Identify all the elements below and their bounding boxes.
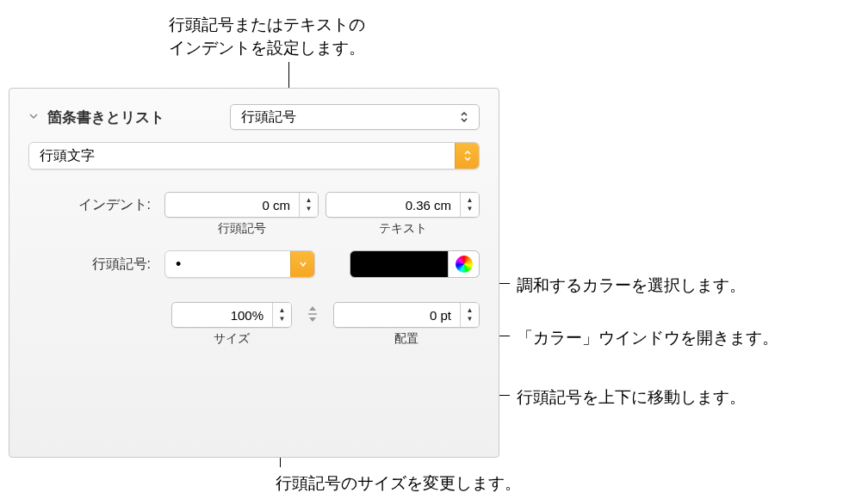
annotation-size-change: 行頭記号のサイズを変更します。 — [276, 472, 521, 496]
bullet-symbol-value: • — [176, 256, 181, 274]
text-indent-stepper[interactable]: 0.36 cm ▲▼ — [326, 192, 480, 218]
size-value: 100% — [172, 303, 272, 327]
stepper-arrows-icon[interactable]: ▲▼ — [460, 193, 479, 217]
bullet-char-dropdown[interactable]: 行頭文字 — [28, 142, 480, 169]
dropdown-caret-icon — [455, 143, 479, 169]
caret-icon — [460, 111, 472, 123]
annotation-indent: 行頭記号またはテキストの インデントを設定します。 — [52, 14, 482, 59]
section-title: 箇条書きとリスト — [47, 108, 164, 127]
dropdown-caret-icon — [290, 251, 314, 277]
text-indent-value: 0.36 cm — [326, 193, 460, 217]
format-panel: 箇条書きとリスト 行頭記号 行頭文字 インデント: 0 cm ▲▼ 行頭記号 0… — [9, 88, 499, 458]
position-sublabel: 配置 — [333, 331, 480, 347]
color-wheel-button[interactable] — [449, 250, 480, 278]
annotation-color-window: 「カラー」ウインドウを開きます。 — [517, 327, 778, 350]
stepper-arrows-icon[interactable]: ▲▼ — [272, 303, 291, 327]
indent-label: インデント: — [28, 192, 158, 214]
disclosure-icon[interactable] — [28, 111, 39, 124]
bullet-indent-stepper[interactable]: 0 cm ▲▼ — [164, 192, 319, 218]
bullet-type-dropdown[interactable]: 行頭記号 — [230, 104, 480, 130]
bullet-char-value: 行頭文字 — [40, 147, 95, 165]
bullet-symbol-label: 行頭記号: — [28, 256, 158, 274]
bullet-type-value: 行頭記号 — [241, 108, 296, 126]
bullet-indent-value: 0 cm — [165, 193, 299, 217]
position-stepper[interactable]: 0 pt ▲▼ — [333, 302, 480, 328]
bullet-indent-sublabel: 行頭記号 — [164, 221, 319, 237]
color-swatch[interactable] — [350, 250, 449, 278]
annotation-color-match: 調和するカラーを選択します。 — [517, 274, 746, 298]
size-sublabel: サイズ — [171, 331, 292, 347]
size-stepper[interactable]: 100% ▲▼ — [171, 302, 292, 328]
stepper-arrows-icon[interactable]: ▲▼ — [460, 303, 479, 327]
vertical-align-icon — [304, 302, 321, 323]
text-indent-sublabel: テキスト — [326, 221, 480, 237]
color-wheel-icon — [456, 256, 473, 273]
stepper-arrows-icon[interactable]: ▲▼ — [299, 193, 318, 217]
bullet-symbol-dropdown[interactable]: • — [164, 250, 315, 278]
position-value: 0 pt — [334, 303, 460, 327]
annotation-move-bullet: 行頭記号を上下に移動します。 — [517, 386, 746, 410]
